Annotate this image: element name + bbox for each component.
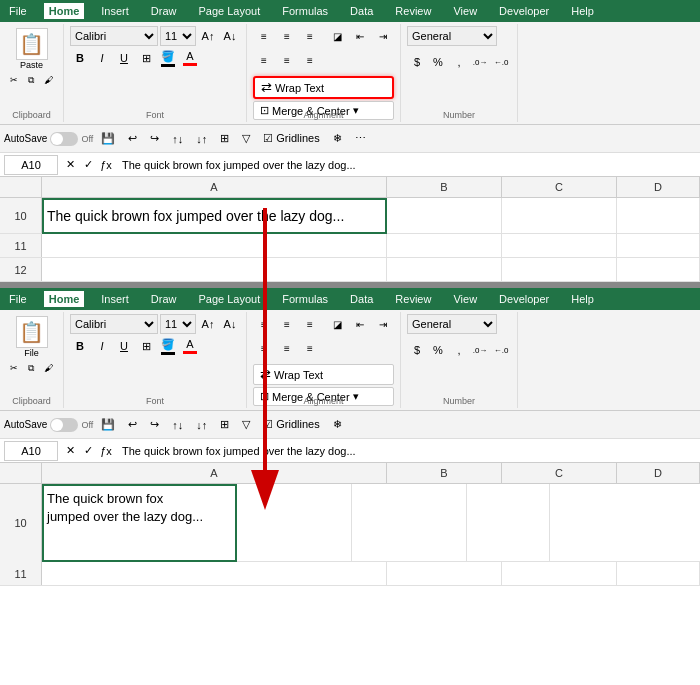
copy-button[interactable]: ⧉ <box>24 73 38 88</box>
menu-page-layout[interactable]: Page Layout <box>193 3 265 19</box>
b-table-button[interactable]: ⊞ <box>215 416 234 433</box>
filter-button[interactable]: ▽ <box>237 130 255 147</box>
b-menu-insert[interactable]: Insert <box>96 291 134 307</box>
b-orient-button[interactable]: ◪ <box>326 314 348 334</box>
formula-input[interactable] <box>118 155 696 175</box>
number-format-select[interactable]: General <box>407 26 497 46</box>
cell-c11[interactable] <box>502 234 617 258</box>
undo-button[interactable]: ↩ <box>123 130 142 147</box>
font-increase-button[interactable]: A↑ <box>198 26 218 46</box>
b-cell-b10[interactable] <box>237 484 352 562</box>
b-font-decrease[interactable]: A↓ <box>220 314 240 334</box>
b-gridlines-check[interactable]: ☑ Gridlines <box>258 416 324 433</box>
b-menu-file[interactable]: File <box>4 291 32 307</box>
align-right-button[interactable]: ≡ <box>299 50 321 70</box>
cell-reference[interactable] <box>4 155 58 175</box>
b-font-name-select[interactable]: Calibri <box>70 314 158 334</box>
b-col-header-b[interactable]: B <box>387 463 502 483</box>
fill-color-button[interactable]: 🪣 <box>158 48 178 68</box>
merge-chevron[interactable]: ▾ <box>353 104 359 117</box>
b-cell-reference[interactable] <box>4 441 58 461</box>
table-button[interactable]: ⊞ <box>215 130 234 147</box>
b-save-button[interactable]: 💾 <box>96 416 120 433</box>
cell-a11[interactable] <box>42 234 387 258</box>
b-currency-button[interactable]: $ <box>407 340 427 360</box>
b-paste-button[interactable]: 📋 File <box>14 314 50 360</box>
align-top-left[interactable]: ≡ <box>253 26 275 46</box>
b-cell-a11[interactable] <box>42 562 387 586</box>
menu-data[interactable]: Data <box>345 3 378 19</box>
menu-developer[interactable]: Developer <box>494 3 554 19</box>
b-underline-button[interactable]: U <box>114 336 134 356</box>
b-align-top-left[interactable]: ≡ <box>253 314 275 334</box>
underline-button[interactable]: U <box>114 48 134 68</box>
orient-button[interactable]: ◪ <box>326 26 348 46</box>
cell-a12[interactable] <box>42 258 387 282</box>
cell-b12[interactable] <box>387 258 502 282</box>
menu-view[interactable]: View <box>448 3 482 19</box>
b-menu-view[interactable]: View <box>448 291 482 307</box>
b-menu-formulas[interactable]: Formulas <box>277 291 333 307</box>
border-button[interactable]: ⊞ <box>136 48 156 68</box>
b-indent-right[interactable]: ⇥ <box>372 314 394 334</box>
b-align-top-center[interactable]: ≡ <box>276 314 298 334</box>
b-function-icon[interactable]: ƒx <box>98 443 114 459</box>
decimal-increase-button[interactable]: .0→ <box>470 52 490 72</box>
cut-button[interactable]: ✂ <box>6 73 22 88</box>
b-font-size-select[interactable]: 11 <box>160 314 196 334</box>
b-menu-draw[interactable]: Draw <box>146 291 182 307</box>
col-header-d[interactable]: D <box>617 177 700 197</box>
menu-review[interactable]: Review <box>390 3 436 19</box>
b-filter-button[interactable]: ▽ <box>237 416 255 433</box>
sort-desc-button[interactable]: ↓↑ <box>191 131 212 147</box>
currency-button[interactable]: $ <box>407 52 427 72</box>
b-align-left[interactable]: ≡ <box>253 338 275 358</box>
font-size-select[interactable]: 11 <box>160 26 196 46</box>
b-col-header-d[interactable]: D <box>617 463 700 483</box>
bold-button[interactable]: B <box>70 48 90 68</box>
function-icon[interactable]: ƒx <box>98 157 114 173</box>
wrap-text-button[interactable]: ⇄ Wrap Text <box>253 76 394 99</box>
indent-left-button[interactable]: ⇤ <box>349 26 371 46</box>
italic-button[interactable]: I <box>92 48 112 68</box>
align-center-button[interactable]: ≡ <box>276 50 298 70</box>
cell-d12[interactable] <box>617 258 700 282</box>
col-header-b[interactable]: B <box>387 177 502 197</box>
b-copy-button[interactable]: ⧉ <box>24 361 38 376</box>
b-percent-button[interactable]: % <box>428 340 448 360</box>
paste-button[interactable]: 📋 Paste <box>14 26 50 72</box>
b-decimal-increase[interactable]: .0→ <box>470 340 490 360</box>
menu-formulas[interactable]: Formulas <box>277 3 333 19</box>
b-confirm-icon[interactable]: ✓ <box>80 443 96 459</box>
b-align-right[interactable]: ≡ <box>299 338 321 358</box>
decimal-decrease-button[interactable]: ←.0 <box>491 52 511 72</box>
b-sort-asc[interactable]: ↑↓ <box>167 417 188 433</box>
b-align-top-right[interactable]: ≡ <box>299 314 321 334</box>
b-cell-c11[interactable] <box>502 562 617 586</box>
cell-b10[interactable] <box>387 198 502 234</box>
col-header-a[interactable]: A <box>42 177 387 197</box>
b-col-header-c[interactable]: C <box>502 463 617 483</box>
b-font-increase[interactable]: A↑ <box>198 314 218 334</box>
b-menu-page-layout[interactable]: Page Layout <box>193 291 265 307</box>
comma-button[interactable]: , <box>449 52 469 72</box>
b-cell-d10[interactable] <box>467 484 550 562</box>
b-cell-c10[interactable] <box>352 484 467 562</box>
b-format-button[interactable]: 🖌 <box>40 361 57 376</box>
b-italic-button[interactable]: I <box>92 336 112 356</box>
autosave-toggle[interactable]: AutoSave Off <box>4 132 93 146</box>
b-cut-button[interactable]: ✂ <box>6 361 22 376</box>
b-col-header-a[interactable]: A <box>42 463 387 483</box>
font-color-button[interactable]: A <box>180 48 200 68</box>
b-font-color-button[interactable]: A <box>180 336 200 356</box>
font-decrease-button[interactable]: A↓ <box>220 26 240 46</box>
cell-b11[interactable] <box>387 234 502 258</box>
b-cell-a10[interactable]: The quick brown foxjumped over the lazy … <box>42 484 237 562</box>
b-menu-home[interactable]: Home <box>44 291 85 307</box>
toggle-track[interactable] <box>50 132 78 146</box>
menu-insert[interactable]: Insert <box>96 3 134 19</box>
b-freeze-button[interactable]: ❄ <box>328 416 347 433</box>
percent-button[interactable]: % <box>428 52 448 72</box>
cell-c10[interactable] <box>502 198 617 234</box>
menu-file[interactable]: File <box>4 3 32 19</box>
